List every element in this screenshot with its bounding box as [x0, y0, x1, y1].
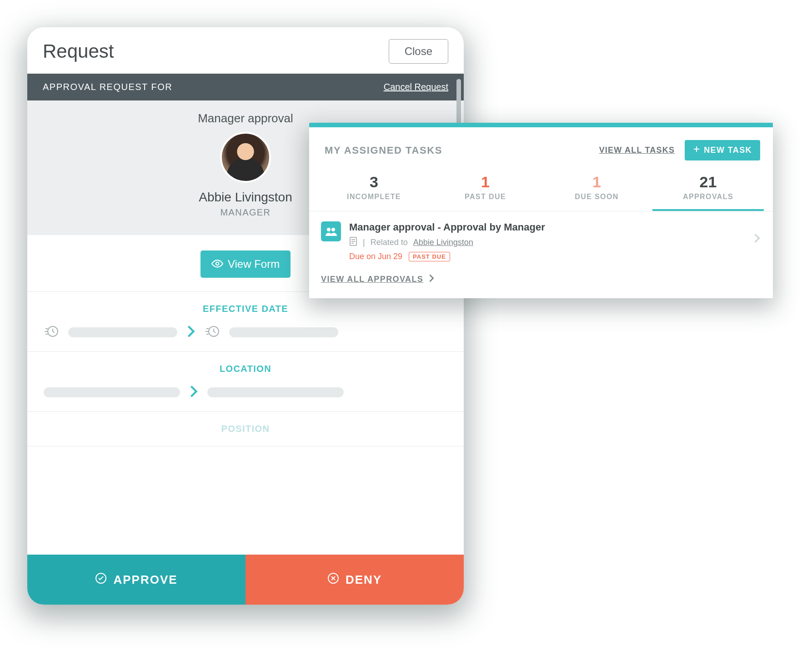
svg-point-0: [216, 262, 219, 265]
meta-divider: |: [363, 238, 365, 247]
close-button[interactable]: Close: [389, 39, 448, 64]
tasks-panel: MY ASSIGNED TASKS VIEW ALL TASKS NEW TAS…: [309, 123, 773, 298]
related-label: Related to: [371, 238, 408, 247]
tab-past-due[interactable]: 1 PAST DUE: [430, 173, 541, 211]
task-item[interactable]: Manager approval - Approval by Manager |…: [309, 211, 773, 271]
task-body: Manager approval - Approval by Manager |…: [349, 221, 746, 261]
task-title: Manager approval - Approval by Manager: [349, 221, 746, 233]
view-all-tasks-link[interactable]: VIEW ALL TASKS: [599, 145, 675, 155]
stat-label: PAST DUE: [430, 193, 541, 201]
check-circle-icon: [95, 572, 107, 587]
svg-point-6: [331, 228, 335, 231]
stat-label: INCOMPLETE: [318, 193, 430, 201]
stat-label: APPROVALS: [652, 193, 764, 201]
chevron-right-icon: [429, 274, 434, 285]
location-row: [44, 385, 447, 400]
tasks-title: MY ASSIGNED TASKS: [325, 145, 599, 156]
document-icon: [349, 237, 357, 248]
modal-header: Request Close: [27, 27, 464, 74]
modal-title: Request: [43, 40, 114, 62]
location-from-placeholder: [44, 387, 180, 397]
section-label-location: LOCATION: [44, 364, 447, 374]
avatar: [220, 132, 271, 183]
effective-date-from-placeholder: [68, 327, 177, 337]
chevron-right-icon: [754, 221, 760, 245]
new-task-label: NEW TASK: [704, 145, 752, 155]
clock-icon: [205, 325, 220, 340]
eye-icon: [211, 258, 223, 270]
svg-point-5: [327, 228, 331, 231]
section-label-position: POSITION: [44, 424, 447, 434]
chevron-right-icon: [186, 325, 195, 340]
approve-label: APPROVE: [113, 573, 177, 587]
stat-count: 3: [318, 173, 430, 191]
cancel-request-link[interactable]: Cancel Request: [384, 82, 448, 92]
section-effective-date: EFFECTIVE DATE: [27, 292, 464, 352]
due-text: Due on Jun 29: [349, 252, 402, 261]
stat-label: DUE SOON: [541, 193, 652, 201]
modal-subheader: APPROVAL REQUEST FOR Cancel Request: [27, 74, 464, 100]
stat-count: 1: [541, 173, 652, 191]
subheader-label: APPROVAL REQUEST FOR: [43, 82, 172, 92]
clock-icon: [44, 325, 59, 340]
view-all-approvals-link[interactable]: VIEW ALL APPROVALS: [309, 271, 773, 298]
approve-button[interactable]: APPROVE: [27, 555, 246, 605]
action-bar: APPROVE DENY: [27, 555, 464, 605]
stat-count: 1: [430, 173, 541, 191]
new-task-button[interactable]: NEW TASK: [685, 140, 760, 160]
location-to-placeholder: [207, 387, 344, 397]
effective-date-to-placeholder: [229, 327, 338, 337]
section-location: LOCATION: [27, 352, 464, 412]
tasks-header: MY ASSIGNED TASKS VIEW ALL TASKS NEW TAS…: [309, 127, 773, 170]
tasks-stats: 3 INCOMPLETE 1 PAST DUE 1 DUE SOON 21 AP…: [309, 170, 773, 211]
x-circle-icon: [327, 572, 339, 587]
section-position: POSITION: [27, 412, 464, 446]
request-modal: Request Close APPROVAL REQUEST FOR Cance…: [27, 27, 464, 605]
related-person-link[interactable]: Abbie Livingston: [413, 238, 473, 247]
deny-button[interactable]: DENY: [246, 555, 464, 605]
task-due: Due on Jun 29 PAST DUE: [349, 252, 746, 261]
view-all-approvals-label: VIEW ALL APPROVALS: [321, 275, 423, 284]
past-due-badge: PAST DUE: [409, 252, 450, 261]
view-form-label: View Form: [228, 258, 280, 270]
tab-approvals[interactable]: 21 APPROVALS: [652, 173, 764, 211]
tab-due-soon[interactable]: 1 DUE SOON: [541, 173, 652, 211]
view-form-button[interactable]: View Form: [200, 250, 291, 278]
section-label-effective-date: EFFECTIVE DATE: [44, 304, 447, 314]
people-icon: [321, 221, 341, 241]
stat-count: 21: [652, 173, 764, 191]
effective-date-row: [44, 325, 447, 340]
task-meta: | Related to Abbie Livingston: [349, 237, 746, 248]
deny-label: DENY: [346, 573, 382, 587]
chevron-right-icon: [189, 385, 198, 400]
tab-incomplete[interactable]: 3 INCOMPLETE: [318, 173, 430, 211]
plus-icon: [693, 145, 700, 155]
